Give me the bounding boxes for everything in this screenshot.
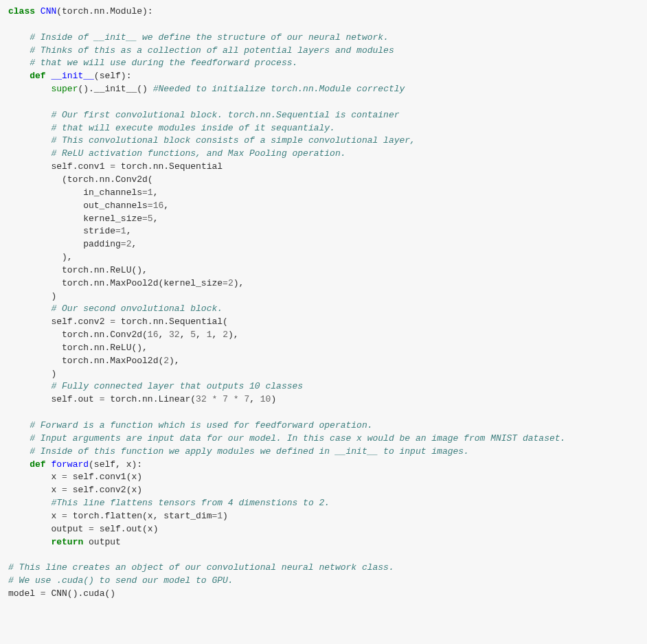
code-text: , <box>153 187 159 198</box>
number: 2 <box>223 330 228 340</box>
code-text: ().__init__() <box>78 84 147 94</box>
code-text <box>217 394 223 404</box>
operator: = <box>142 187 148 198</box>
operator: = <box>115 226 121 236</box>
function-name: __init__ <box>51 71 93 81</box>
code-text: , <box>131 239 137 249</box>
operator: = <box>62 485 67 495</box>
number: 1 <box>148 187 153 198</box>
class-name: CNN <box>41 6 56 16</box>
code-text: torch.nn.MaxPool2d(kernel_size <box>62 278 223 288</box>
comment: # Inside of __init__ we define the struc… <box>30 32 389 43</box>
comment: #This line flattens tensors from 4 dimen… <box>51 498 330 508</box>
keyword-class: class <box>8 6 35 16</box>
code-text: ) <box>51 291 56 301</box>
code-text: torch.nn.Linear( <box>104 394 196 404</box>
comment: # This line creates an object of our con… <box>8 562 394 573</box>
operator: = <box>89 524 94 534</box>
code-text: torch.nn.MaxPool2d( <box>62 356 163 366</box>
operator: = <box>110 161 115 172</box>
number: 1 <box>121 226 126 236</box>
number: 16 <box>153 200 164 211</box>
code-text: x <box>51 485 62 495</box>
comment: # Our second onvolutional block. <box>51 303 223 314</box>
operator: = <box>223 278 228 288</box>
code-block: class CNN(torch.nn.Module): # Inside of … <box>8 5 639 601</box>
code-text: ), <box>169 356 180 366</box>
number: 2 <box>163 356 169 366</box>
code-text: ), <box>62 252 73 262</box>
comment: # We use .cuda() to send our model to GP… <box>8 575 234 586</box>
comment: # This convolutional block consists of a… <box>51 135 416 146</box>
number: 7 <box>223 394 228 404</box>
code-text <box>228 394 234 404</box>
operator: = <box>121 239 126 249</box>
code-text: output <box>51 524 89 534</box>
code-text: self.conv1(x) <box>67 472 142 482</box>
comment: # Fully connected layer that outputs 10 … <box>51 381 303 391</box>
operator: = <box>142 214 148 224</box>
code-text: , <box>249 394 260 404</box>
keyword-def: def <box>30 71 45 81</box>
comment: # Inside of this function we apply modul… <box>30 446 469 457</box>
code-text: x <box>51 511 62 521</box>
code-text: torch.nn.Sequential( <box>115 317 228 327</box>
code-text: torch.nn.ReLU(), <box>62 265 148 275</box>
code-text: torch.nn.Conv2d( <box>62 330 148 340</box>
code-text: self.out(x) <box>94 524 159 534</box>
code-text: self.conv2(x) <box>67 485 142 495</box>
number: 32 <box>169 330 180 340</box>
code-text: (self): <box>94 71 132 81</box>
code-text: torch.flatten(x, start_dim <box>67 511 212 521</box>
code-text: x <box>51 472 62 482</box>
builtin-super: super <box>51 84 78 94</box>
comment: # Our first convolutional block. torch.n… <box>51 110 399 120</box>
comment: # Forward is a function which is used fo… <box>30 420 372 430</box>
number: 5 <box>190 330 196 340</box>
code-text: (self, x): <box>89 459 142 470</box>
code-text <box>207 394 212 404</box>
function-name: forward <box>51 459 89 470</box>
comment: # Thinks of this as a collection of all … <box>30 45 394 56</box>
number: 1 <box>217 511 223 521</box>
param-name: stride <box>83 226 115 236</box>
number: 2 <box>228 278 234 288</box>
code-text: torch.nn.Sequential <box>115 161 223 172</box>
code-text: , <box>126 226 132 236</box>
comment: # that we will use during the feedforwar… <box>30 58 297 68</box>
param-name: kernel_size <box>83 214 142 224</box>
comment: #Needed to initialize torch.nn.Module co… <box>153 84 405 94</box>
operator: = <box>62 511 67 521</box>
code-text: ), <box>234 278 245 288</box>
code-text: ), <box>228 330 239 340</box>
number: 1 <box>207 330 212 340</box>
comment: # ReLU activation functions, and Max Poo… <box>51 148 345 159</box>
code-text: self.conv1 <box>51 161 110 172</box>
code-text: ) <box>271 394 276 404</box>
keyword-def: def <box>30 459 45 470</box>
number: 32 <box>196 394 207 404</box>
code-text: self.conv2 <box>51 317 110 327</box>
code-text: (torch.nn.Conv2d( <box>62 174 153 185</box>
code-text: , <box>153 214 159 224</box>
comment: # that will execute modules inside of it… <box>51 123 334 133</box>
code-text: , <box>163 200 169 211</box>
code-text: , <box>180 330 191 340</box>
operator: = <box>41 588 46 599</box>
code-text: , <box>158 330 169 340</box>
param-name: out_channels <box>83 200 148 211</box>
code-text: CNN().cuda() <box>46 588 115 599</box>
code-text: ) <box>223 511 228 521</box>
param-name: padding <box>83 239 121 249</box>
code-text: (torch.nn.Module): <box>56 6 152 16</box>
keyword-return: return <box>51 537 83 547</box>
number: 16 <box>148 330 159 340</box>
operator: * <box>234 394 239 404</box>
code-text: output <box>83 537 121 547</box>
code-text: self.out <box>51 394 99 404</box>
comment: # Input arguments are input data for our… <box>30 433 565 444</box>
code-text: ) <box>51 369 56 379</box>
code-text: , <box>196 330 207 340</box>
number: 5 <box>148 214 153 224</box>
number: 10 <box>260 394 271 404</box>
